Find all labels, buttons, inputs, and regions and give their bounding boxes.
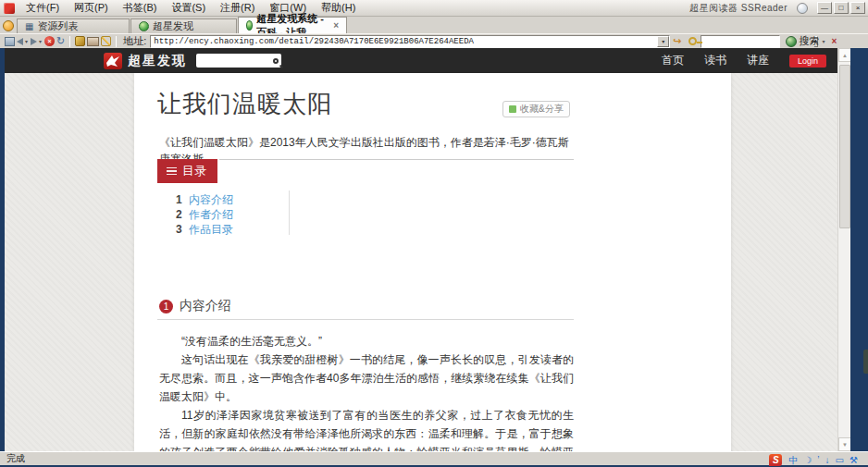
tab-label: 资源列表	[37, 19, 78, 33]
menu-settings[interactable]: 设置(S)	[164, 0, 213, 16]
globe-icon	[139, 21, 149, 31]
site-search-input[interactable]	[199, 56, 273, 66]
tab-label: 超星发现	[153, 19, 193, 33]
site-nav: 首页 读书 讲座 Login	[662, 53, 837, 68]
toc-number: 1	[176, 193, 189, 206]
side-handle	[863, 350, 868, 374]
tab-chaoxing-discover[interactable]: 超星发现	[130, 18, 237, 33]
scrollbar-thumb[interactable]	[839, 65, 850, 228]
toc-number: 3	[176, 223, 189, 236]
toc-title: 目录	[182, 163, 206, 179]
quick-search-box: ▾	[701, 35, 780, 48]
status-bar: 完成	[0, 451, 868, 465]
globe-icon	[246, 20, 253, 31]
app-icon	[4, 3, 15, 14]
tab-resource-list[interactable]: ▦ 资源列表	[17, 18, 130, 33]
site-search-box	[196, 54, 281, 68]
menu-register[interactable]: 注册(R)	[213, 0, 262, 16]
nav-lecture[interactable]: 讲座	[747, 53, 769, 68]
menu-bookmarks[interactable]: 书签(B)	[116, 0, 165, 16]
toc-rule	[219, 159, 574, 160]
ime-punctuation-icon[interactable]: ’	[817, 454, 819, 466]
close-button[interactable]: ×	[850, 2, 865, 14]
ime-input-mode-icon[interactable]: ↓	[825, 454, 830, 466]
ime-keyboard-icon[interactable]: ▭	[836, 454, 844, 466]
article-page: 让我们温暖太阳 收藏&分享 《让我们温暖太阳》是2013年人民文学出版社出版的图…	[134, 73, 731, 451]
tab-bar: ▦ 资源列表 超星发现 超星发现系统 - 百科 - 让我 ×	[0, 17, 868, 33]
list-icon	[167, 167, 177, 176]
paragraph: 11岁的泽泽因家境贫寒被送到了富有的当医生的养父家，过上了衣食无忧的生活，但新的…	[159, 406, 574, 451]
browser-viewport: 超星发现 首页 读书 讲座 Login 让我们温暖太阳 收藏&分享 《让我们温暖…	[5, 48, 850, 451]
go-icon[interactable]: ↪	[673, 35, 681, 47]
toc-item-2: 2 作者介绍	[176, 207, 233, 222]
favorites-icon[interactable]	[75, 36, 85, 46]
scroll-up-arrow[interactable]: ▲	[838, 48, 850, 62]
menu-file[interactable]: 文件(F)	[19, 0, 67, 16]
section-body: “没有温柔的生活毫无意义。” 这句话出现在《我亲爱的甜橙树》一书的结尾，像一声长…	[159, 332, 574, 451]
print-icon[interactable]	[87, 37, 99, 46]
refresh-button[interactable]: ↻	[56, 35, 65, 47]
home-icon[interactable]	[5, 37, 15, 46]
search-dropdown-icon[interactable]: ▾	[823, 38, 825, 44]
ime-lang-icon[interactable]: 中	[788, 454, 798, 466]
toc-item-3: 3 作品目录	[176, 222, 233, 237]
skin-button[interactable]	[797, 3, 808, 14]
maximize-button[interactable]: □	[834, 2, 849, 14]
back-button[interactable]	[17, 38, 23, 45]
section-heading: 1 内容介绍	[159, 298, 231, 314]
section-number-badge: 1	[159, 300, 173, 313]
toolbar-divider	[116, 36, 117, 47]
address-input[interactable]	[151, 37, 657, 46]
ime-fullwidth-icon[interactable]: ☽	[803, 454, 812, 466]
sogou-logo-icon[interactable]: S	[769, 454, 782, 466]
forward-dropdown-icon[interactable]: ▾	[39, 35, 42, 47]
nav-home[interactable]: 首页	[662, 53, 684, 68]
collect-share-button[interactable]: 收藏&分享	[502, 101, 570, 117]
chaoxing-logo-icon[interactable]	[104, 53, 122, 69]
forward-button[interactable]	[31, 38, 37, 45]
address-label: 地址:	[123, 34, 146, 48]
toolbar-close-icon[interactable]: ×	[832, 36, 837, 46]
brand-title[interactable]: 超星发现	[128, 53, 187, 69]
search-button[interactable]: 搜索	[800, 34, 820, 48]
toc-list: 1 内容介绍 2 作者介绍 3 作品目录	[176, 192, 233, 237]
scroll-down-arrow[interactable]: ▼	[838, 437, 850, 451]
key-icon[interactable]	[688, 37, 697, 45]
toc-link-content-intro[interactable]: 内容介绍	[189, 192, 233, 208]
tab-encyclopedia-active[interactable]: 超星发现系统 - 百科 - 让我 ×	[238, 17, 347, 33]
nav-read[interactable]: 读书	[704, 53, 726, 68]
navigation-toolbar: ▾ ▾ × ↻ 地址: ▾ ↪ ▾ 搜索 ▾ ×	[0, 33, 868, 48]
window-title: 超星阅读器 SSReader	[689, 2, 787, 15]
toc-divider	[289, 190, 290, 235]
toc-link-work-catalog[interactable]: 作品目录	[189, 222, 233, 238]
web-search-globe-icon[interactable]	[786, 36, 797, 47]
history-clock-icon[interactable]	[3, 20, 14, 31]
menu-page[interactable]: 网页(P)	[67, 0, 116, 16]
status-text: 完成	[6, 452, 25, 465]
address-dropdown-icon[interactable]: ▾	[657, 36, 669, 47]
paragraph: 这句话出现在《我亲爱的甜橙树》一书的结尾，像一声长长的叹息，引发读者的无尽思索。…	[159, 350, 574, 406]
collect-share-label: 收藏&分享	[520, 103, 564, 116]
address-bar: ▾	[150, 35, 670, 48]
toc-item-1: 1 内容介绍	[176, 192, 233, 207]
section-title: 内容介绍	[180, 298, 231, 314]
stop-button[interactable]: ×	[44, 36, 55, 46]
login-button[interactable]: Login	[789, 55, 826, 68]
toc-link-author-intro[interactable]: 作者介绍	[189, 207, 233, 223]
collect-icon	[509, 105, 516, 113]
vertical-scrollbar[interactable]: ▲ ▼	[837, 48, 850, 451]
back-dropdown-icon[interactable]: ▾	[25, 35, 28, 47]
minimize-button[interactable]: —	[817, 2, 832, 14]
toc-number: 2	[176, 208, 189, 221]
ime-toolbox-icon[interactable]: ⚒	[849, 454, 858, 466]
page-title: 让我们温暖太阳	[157, 88, 332, 120]
title-bar: 文件(F) 网页(P) 书签(B) 设置(S) 注册(R) 窗口(W) 帮助(H…	[0, 0, 868, 17]
toc-button[interactable]: 目录	[157, 159, 217, 183]
brush-icon[interactable]	[101, 36, 111, 46]
section-rule	[157, 319, 574, 320]
resource-list-icon: ▦	[25, 21, 33, 31]
toc-header: 目录	[134, 159, 731, 182]
sogou-ime-bar: S 中 ☽ ’ ↓ ▭ ⚒	[769, 453, 861, 466]
tab-close-icon[interactable]: ×	[333, 20, 339, 31]
search-icon[interactable]	[273, 58, 279, 64]
